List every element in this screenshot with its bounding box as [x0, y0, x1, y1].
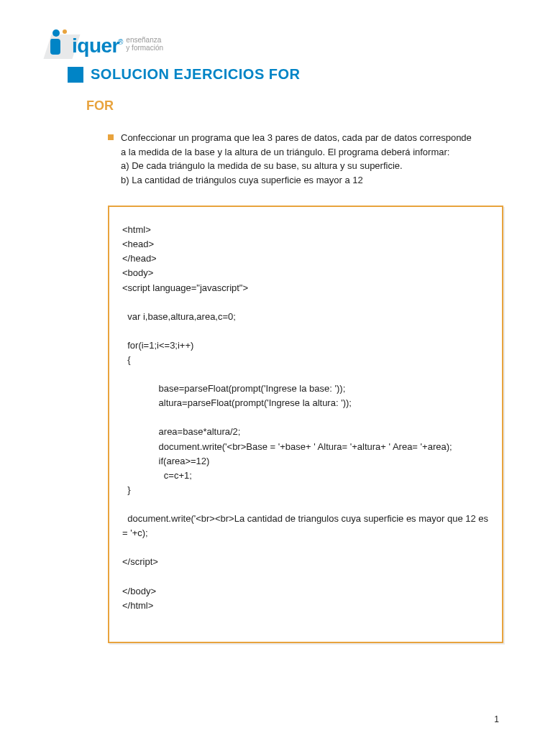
code-line: altura=parseFloat(prompt('Ingrese la alt… [122, 396, 489, 410]
document-title-row: SOLUCION EJERCICIOS FOR [68, 66, 508, 83]
exercise-line-3: b) La cantidad de triángulos cuya superf… [121, 175, 363, 185]
code-line: </script> [122, 555, 489, 569]
logo-tagline: enseñanza y formación [126, 36, 163, 52]
code-line: <head> [122, 237, 489, 252]
brand-logo: iquer ® enseñanza y formación [49, 22, 508, 56]
svg-point-1 [63, 29, 67, 34]
code-line: { [122, 353, 489, 367]
code-line: c=c+1; [122, 469, 489, 483]
logo-brand-text: iquer [72, 36, 119, 56]
document-title: SOLUCION EJERCICIOS FOR [91, 66, 301, 83]
code-line: </body> [122, 584, 489, 599]
code-line: document.write('<br>Base = '+base+ ' Alt… [122, 440, 489, 454]
logo-tagline-1: enseñanza [126, 36, 163, 44]
svg-point-0 [52, 29, 60, 37]
code-block: <html> <head> </head> <body> <script lan… [108, 206, 503, 643]
code-line: if(area>=12) [122, 454, 489, 469]
exercise-text: Confeccionar un programa que lea 3 pares… [121, 131, 479, 187]
exercise-line-2: a) De cada triángulo la medida de su bas… [121, 160, 403, 171]
code-line: document.write('<br><br>La cantidad de t… [122, 512, 489, 540]
code-line: <script language="javascript"> [122, 281, 489, 295]
title-square-icon [68, 67, 83, 83]
code-line: for(i=1;i<=3;i++) [122, 338, 489, 353]
code-line: </head> [122, 252, 489, 266]
logo-tagline-2: y formación [126, 44, 163, 52]
bullet-square-icon [108, 134, 114, 140]
logo-icon [49, 29, 72, 56]
section-subtitle: FOR [86, 98, 508, 114]
code-line: } [122, 483, 489, 497]
code-line: base=parseFloat(prompt('Ingrese la base:… [122, 382, 489, 396]
page-number: 1 [494, 714, 499, 724]
exercise-line-1: Confeccionar un programa que lea 3 pares… [121, 132, 472, 157]
code-line: <body> [122, 266, 489, 280]
code-line: var i,base,altura,area,c=0; [122, 310, 489, 324]
code-line: area=base*altura/2; [122, 425, 489, 439]
code-line: </html> [122, 599, 489, 613]
exercise-bullet: Confeccionar un programa que lea 3 pares… [108, 131, 479, 187]
code-line: <html> [122, 223, 489, 237]
